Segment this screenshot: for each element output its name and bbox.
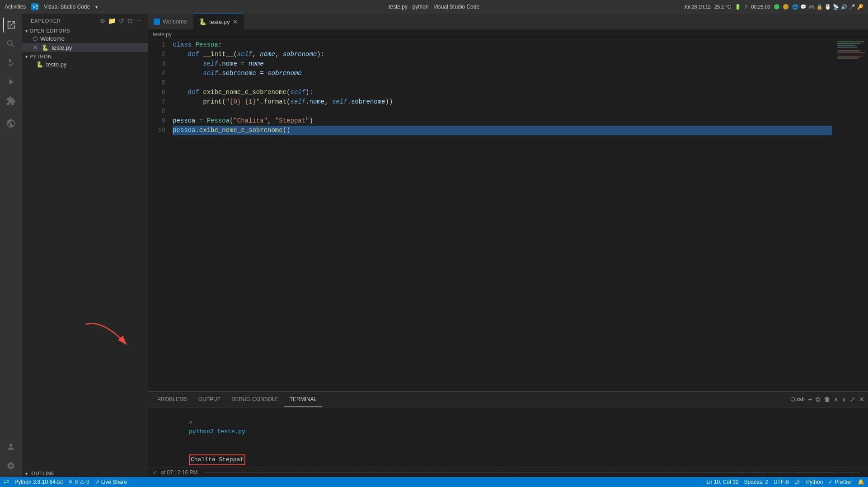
sidebar-welcome-label: Welcome — [40, 35, 65, 42]
sidebar-item-python-testepy[interactable]: 🐍 teste.py — [22, 60, 148, 69]
terminal-trash-icon[interactable]: 🗑 — [824, 396, 830, 403]
spaces-status[interactable]: Spaces: 2 — [744, 479, 768, 485]
terminal-content[interactable]: > python3 teste.py Chalita Steppat ▲ ⌥ 🖿… — [148, 407, 868, 467]
tab-terminal[interactable]: TERMINAL — [284, 392, 323, 407]
term-status-dots — [205, 472, 860, 473]
main-layout: EXPLORER ⊕ 📁 ↺ ⊟ ⋯ OPEN EDITORS ⬡ Welcom… — [0, 14, 868, 477]
outline-container: OUTLINE — [22, 469, 148, 477]
remote-status[interactable]: ⮂ — [4, 479, 9, 485]
tab-close-button[interactable]: ✕ — [233, 18, 238, 25]
activities-menu[interactable]: Activities — [5, 4, 26, 10]
terminal-command-line: > python3 teste.py — [154, 409, 863, 445]
line-col-status[interactable]: Ln 10, Col 32 — [706, 479, 738, 485]
collapse-all-icon[interactable]: ⊟ — [127, 17, 133, 24]
new-file-icon[interactable]: ⊕ — [100, 17, 106, 24]
prettier-status[interactable]: ✓ Prettier — [828, 479, 852, 485]
line-numbers: 1 2 3 4 5 6 7 8 9 10 — [148, 39, 171, 391]
sidebar-testepy-label: teste.py — [52, 44, 72, 51]
spaces-label: Spaces: 2 — [744, 479, 768, 485]
sidebar-item-testepy[interactable]: ✕ 🐍 teste.py — [22, 43, 148, 52]
term-prompt-char: > — [189, 419, 196, 426]
tab-testepy-label: teste.py — [209, 19, 230, 25]
sidebar-title: EXPLORER — [31, 18, 61, 24]
code-line-9: pessoa = Pessoa("Chalita", "Steppat") — [173, 116, 832, 126]
app-menu-chevron[interactable]: ▾ — [95, 5, 98, 9]
status-bar-left: ⮂ Python 3.8.10 64-bit ✕ 0 ⚠ 0 ↗ Live Sh… — [4, 479, 127, 485]
new-folder-icon[interactable]: 📁 — [108, 17, 116, 24]
top-bar-right: Jul 28 19:12 25.1 °C 🔋 7 00:25:00 🌐 💬 🎮 … — [684, 4, 863, 10]
warning-icon: ⚠ — [80, 479, 84, 485]
search-icon[interactable] — [3, 36, 19, 52]
breadcrumb: teste.py — [148, 29, 868, 39]
dot-green — [774, 4, 779, 9]
term-status-time: at 07:12:16 PM — [161, 469, 197, 476]
prettier-label: Prettier — [835, 479, 852, 485]
breadcrumb-file[interactable]: teste.py — [153, 31, 172, 38]
live-share-status[interactable]: ↗ Live Share — [95, 479, 127, 485]
code-line-3: self.nome = nome — [173, 59, 832, 69]
code-content[interactable]: class Pessoa: def __init__(self, nome, s… — [171, 39, 832, 391]
tab-problems[interactable]: PROBLEMS — [152, 392, 193, 407]
term-check-icon: ✓ — [153, 469, 157, 476]
terminal-add-icon[interactable]: + — [808, 396, 812, 403]
python-section[interactable]: PYTHON — [22, 52, 148, 60]
minimap-content — [836, 39, 868, 61]
python-tab-icon: 🐍 — [199, 18, 206, 25]
weather: 25.1 °C — [714, 4, 731, 9]
remote-icon: ⮂ — [4, 479, 9, 485]
errors-count: 0 — [75, 479, 78, 485]
terminal-split-icon[interactable]: ⧉ — [816, 396, 820, 403]
top-bar-left: Activities VS Visual Studio Code ▾ — [5, 3, 98, 10]
close-testepy-icon[interactable]: ✕ — [33, 44, 38, 51]
status-bar-right: Ln 10, Col 32 Spaces: 2 UTF-8 LF Python … — [706, 479, 864, 485]
sidebar-item-welcome[interactable]: ⬡ Welcome — [22, 34, 148, 43]
top-bar: Activities VS Visual Studio Code ▾ teste… — [0, 0, 868, 14]
editor-area: Welcome 🐍 teste.py ✕ teste.py 1 2 3 4 5 … — [148, 14, 868, 477]
terminal-shell-label: ⬡ zsh — [790, 396, 805, 402]
source-control-icon[interactable] — [3, 55, 19, 71]
tab-debug-console[interactable]: DEBUG CONSOLE — [226, 392, 284, 407]
terminal-status-bar: ✓ at 07:12:16 PM — [148, 467, 868, 477]
error-icon: ✕ — [68, 479, 73, 485]
errors-status[interactable]: ✕ 0 ⚠ 0 — [68, 479, 89, 485]
vscode-icon: VS — [31, 3, 38, 10]
code-line-2: def __init__(self, nome, sobrenome): — [173, 50, 832, 59]
tab-testepy[interactable]: 🐍 teste.py ✕ — [193, 14, 244, 29]
code-line-7: print("{0} {1}".format(self.nome, self.s… — [173, 97, 832, 107]
settings-icon[interactable] — [3, 458, 19, 473]
code-line-1: class Pessoa: — [173, 40, 832, 50]
term-command: python3 teste.py — [189, 428, 245, 435]
extensions-icon[interactable] — [3, 93, 19, 109]
encoding-label: UTF-8 — [774, 479, 789, 485]
outline-section[interactable]: OUTLINE — [22, 469, 148, 477]
remote-explorer-icon[interactable] — [3, 116, 19, 131]
refresh-icon[interactable]: ↺ — [119, 17, 125, 24]
tab-welcome[interactable]: Welcome — [148, 14, 193, 29]
code-editor: 1 2 3 4 5 6 7 8 9 10 class Pessoa: def _… — [148, 39, 868, 391]
terminal-output-highlighted: Chalita Steppat — [189, 454, 245, 465]
terminal-close-icon[interactable]: ✕ — [859, 396, 864, 403]
explorer-icon[interactable] — [3, 17, 19, 33]
app-name[interactable]: Visual Studio Code — [44, 4, 90, 10]
datetime: Jul 28 19:12 — [684, 4, 711, 9]
run-debug-icon[interactable] — [3, 74, 19, 90]
more-options-icon[interactable]: ⋯ — [136, 17, 143, 24]
terminal-chevron-down-icon[interactable]: ∨ — [842, 396, 846, 403]
code-line-4: self.sobrenome = sobrenome — [173, 69, 832, 78]
terminal-maximize-icon[interactable]: ⤢ — [850, 396, 855, 403]
feedback-status[interactable]: 🔔 — [858, 479, 864, 485]
tab-output[interactable]: OUTPUT — [193, 392, 226, 407]
open-editors-section[interactable]: OPEN EDITORS — [22, 26, 148, 34]
live-share-label: Live Share — [101, 479, 127, 485]
line-ending-status[interactable]: LF — [794, 479, 801, 485]
dot-yellow — [783, 4, 788, 9]
python-version-status[interactable]: Python 3.8.10 64-bit — [14, 479, 63, 485]
encoding-status[interactable]: UTF-8 — [774, 479, 789, 485]
welcome-file-icon: ⬡ — [33, 35, 38, 42]
terminal-chevron-up-icon[interactable]: ∧ — [834, 396, 838, 403]
language-status[interactable]: Python — [806, 479, 823, 485]
language-label: Python — [806, 479, 823, 485]
feedback-icon: 🔔 — [858, 479, 864, 485]
account-icon[interactable] — [3, 439, 19, 454]
sidebar-header-icons: ⊕ 📁 ↺ ⊟ ⋯ — [100, 17, 143, 24]
